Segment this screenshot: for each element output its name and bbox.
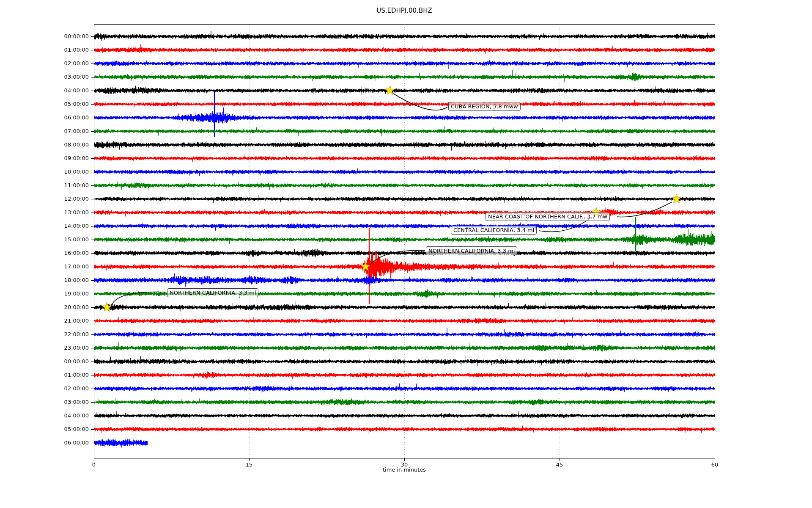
seismogram-canvas [0, 0, 812, 508]
y-tick-label: 14:00:00 [25, 223, 89, 229]
y-tick-label: 20:00:00 [25, 304, 89, 311]
y-tick-label: 00:00:00 [25, 358, 89, 365]
y-tick-label: 05:00:00 [25, 101, 89, 108]
y-tick-label: 01:00:00 [25, 372, 89, 378]
event-annotation: CUBA REGION, 5.8 mww [448, 102, 521, 111]
y-tick-label: 06:00:00 [25, 114, 89, 121]
y-tick-label: 04:00:00 [25, 412, 89, 419]
event-annotation: NEAR COAST OF NORTHERN CALIF., 3.7 mw [486, 212, 610, 221]
y-tick-label: 00:00:00 [25, 33, 89, 40]
y-tick-label: 18:00:00 [25, 277, 89, 284]
seismogram-figure: US.EDHPI.00.BHZ 00:00:0001:00:0002:00:00… [0, 0, 812, 508]
y-tick-label: 19:00:00 [25, 290, 89, 297]
y-tick-label: 04:00:00 [25, 87, 89, 94]
event-annotation: CENTRAL CALIFORNIA, 3.4 ml [451, 226, 537, 235]
plot-title: US.EDHPI.00.BHZ [94, 7, 715, 14]
y-tick-label: 02:00:00 [25, 60, 89, 67]
y-tick-label: 07:00:00 [25, 128, 89, 135]
y-tick-label: 11:00:00 [25, 182, 89, 189]
y-tick-label: 02:00:00 [25, 385, 89, 392]
y-tick-label: 08:00:00 [25, 141, 89, 148]
y-tick-label: 06:00:00 [25, 439, 89, 446]
y-tick-label: 13:00:00 [25, 209, 89, 216]
y-tick-label: 05:00:00 [25, 426, 89, 433]
y-tick-label: 23:00:00 [25, 345, 89, 351]
y-tick-label: 22:00:00 [25, 331, 89, 338]
y-tick-label: 01:00:00 [25, 47, 89, 53]
y-tick-label: 15:00:00 [25, 236, 89, 243]
y-tick-label: 16:00:00 [25, 250, 89, 257]
y-tick-label: 09:00:00 [25, 155, 89, 162]
y-tick-label: 21:00:00 [25, 318, 89, 324]
y-tick-label: 10:00:00 [25, 168, 89, 175]
y-tick-label: 12:00:00 [25, 196, 89, 202]
event-annotation: NORTHERN CALIFORNIA, 3.3 ml [426, 246, 517, 255]
x-axis-title: time in minutes [94, 467, 715, 473]
y-tick-label: 03:00:00 [25, 74, 89, 80]
event-annotation: NORTHERN CALIFORNIA, 3.3 ml [167, 288, 258, 297]
y-tick-label: 17:00:00 [25, 263, 89, 270]
y-tick-label: 03:00:00 [25, 399, 89, 406]
